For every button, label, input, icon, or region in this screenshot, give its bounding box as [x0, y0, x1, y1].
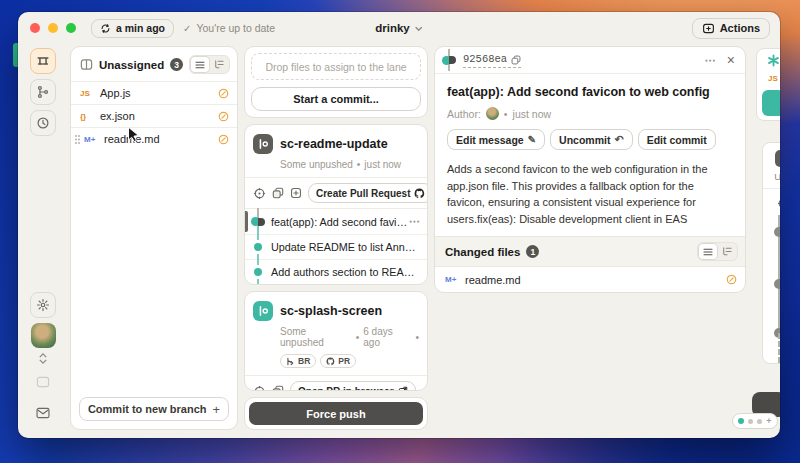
tree-view-toggle[interactable]	[210, 57, 228, 72]
external-link-icon	[398, 386, 408, 391]
changed-files-count-badge: 1	[526, 245, 539, 258]
branch-chip-icon	[775, 150, 781, 167]
start-commit-button[interactable]: Start a commit...	[251, 87, 421, 111]
panel-toggle-button[interactable]	[30, 369, 56, 395]
edit-commit-button[interactable]: Edit commit	[638, 129, 716, 150]
pagination-add[interactable]: +	[766, 417, 771, 426]
commit-dot-icon	[774, 227, 780, 237]
sync-button[interactable]: a min ago	[91, 19, 174, 38]
tree-view-toggle[interactable]	[718, 244, 736, 259]
project-name: drinky	[375, 22, 410, 34]
actions-button[interactable]: Actions	[692, 18, 770, 39]
view-toggle-group	[697, 242, 738, 261]
copy-icon-button[interactable]	[272, 383, 284, 391]
branch-card-sc-readme-update: sc-readme-update Some unpushed • just no…	[244, 124, 428, 285]
file-name: App.js	[100, 87, 131, 99]
open-pr-in-browser-button[interactable]: Open PR in browser	[290, 381, 416, 391]
minimize-window-button[interactable]	[48, 23, 58, 33]
pagination-dot-active[interactable]	[738, 418, 744, 424]
branch-toolbar: Open PR in browser ⋯	[245, 375, 427, 391]
edit-message-button[interactable]: Edit message ✎	[447, 129, 545, 150]
commit-menu-button[interactable]: ⋯	[409, 215, 421, 228]
modified-status-icon	[218, 134, 229, 145]
branch-status: Some unpushed	[280, 159, 353, 170]
project-selector[interactable]: drinky	[375, 22, 423, 34]
selected-file-chip[interactable]	[762, 90, 780, 116]
pr-badge-label: PR	[338, 356, 350, 366]
drag-handle-icon[interactable]	[74, 134, 81, 145]
branch-badge[interactable]: BR	[280, 354, 316, 368]
drop-zone[interactable]: Drop files to assign to the lane	[251, 53, 421, 80]
branches-icon	[36, 85, 50, 99]
pr-badge[interactable]: PR	[320, 354, 356, 368]
branch-header[interactable]: sc-readme-update Some unpushed • just no…	[245, 125, 427, 177]
commit-details-panel: 92568ea ⋯ × feat(app): Add second favico…	[434, 46, 746, 430]
branches-tab[interactable]	[30, 79, 56, 105]
account-switcher-chevrons[interactable]	[39, 353, 47, 364]
file-row[interactable]: {} ex.json	[71, 104, 237, 127]
workspace-tab[interactable]	[30, 48, 56, 74]
changed-files-label: Changed files	[445, 246, 520, 258]
changed-file-row[interactable]: M+ readme.md	[435, 267, 745, 292]
feedback-button[interactable]	[30, 400, 56, 426]
titlebar: a min ago ✓ You're up to date drinky Act…	[18, 12, 780, 44]
commit-to-new-branch-button[interactable]: Commit to new branch +	[79, 397, 229, 421]
pagination-dot[interactable]	[748, 419, 753, 424]
uncommit-button[interactable]: Uncommit ↶	[550, 129, 633, 150]
target-icon-button[interactable]	[775, 195, 780, 211]
target-icon-button[interactable]	[253, 185, 266, 201]
peek-file-stack: JS	[756, 48, 780, 121]
md-file-icon: M+	[84, 135, 98, 144]
close-details-button[interactable]: ×	[727, 53, 735, 67]
branch-toolbar: Create Pull Request ⋯	[245, 177, 427, 209]
history-tab[interactable]	[30, 110, 56, 136]
target-icon-button[interactable]	[253, 383, 266, 391]
add-dependent-branch-button[interactable]	[290, 185, 302, 201]
unassigned-header: Unassigned 3	[71, 47, 237, 81]
details-menu-button[interactable]: ⋯	[705, 54, 717, 67]
copy-icon-button[interactable]	[272, 185, 284, 201]
commit-hash: 92568ea	[463, 52, 507, 68]
actions-label: Actions	[720, 22, 760, 34]
list-view-toggle[interactable]	[699, 244, 717, 259]
zoom-window-button[interactable]	[66, 23, 76, 33]
pagination-dot[interactable]	[757, 419, 762, 424]
commit-details-body: feat(app): Add second favicon to web con…	[435, 74, 745, 236]
sync-label: a min ago	[116, 22, 165, 34]
commit-hash-link[interactable]: 92568ea	[463, 52, 521, 69]
list-view-toggle[interactable]	[191, 57, 209, 72]
user-avatar[interactable]	[31, 323, 56, 348]
commit-to-new-branch-label: Commit to new branch	[88, 403, 207, 415]
create-pull-request-label: Create Pull Request	[316, 188, 410, 199]
up-to-date-status: ✓ You're up to date	[183, 22, 275, 34]
sync-icon	[100, 23, 111, 34]
branch-menu-button[interactable]: ⋯	[422, 385, 428, 392]
undo-icon: ↶	[614, 133, 623, 146]
unpushed-label: Unp	[774, 171, 780, 182]
file-row[interactable]: M+ readme.md	[71, 127, 237, 150]
commit-author-row: Author: • just now	[447, 107, 733, 120]
lane-pagination[interactable]: +	[732, 413, 778, 429]
create-pull-request-button[interactable]: Create Pull Request	[308, 183, 428, 203]
dot-separator: •	[415, 332, 419, 343]
commit-details-header: 92568ea ⋯ ×	[435, 47, 745, 74]
commit-row[interactable]: Update README to list Anne as pr...	[245, 234, 427, 259]
branch-lane: Drop files to assign to the lane Start a…	[244, 46, 428, 430]
br-badge-label: BR	[298, 356, 310, 366]
force-push-footer: Force push	[244, 397, 428, 430]
edit-commit-label: Edit commit	[647, 134, 707, 146]
asset-file-icon	[767, 54, 780, 67]
branch-header[interactable]: sc-splash-screen Some unpushed • 6 days …	[245, 292, 427, 375]
commit-rail	[441, 47, 457, 73]
commit-row-selected[interactable]: feat(app): Add second favico... ⋯	[245, 209, 427, 234]
file-row[interactable]: JS App.js	[71, 81, 237, 104]
left-icon-rail	[22, 46, 64, 430]
peek-branch-card[interactable]: Unp	[762, 142, 780, 364]
author-avatar	[486, 107, 499, 120]
clock-icon	[36, 116, 50, 130]
unassigned-count-badge: 3	[170, 58, 183, 71]
force-push-button[interactable]: Force push	[249, 402, 423, 425]
close-window-button[interactable]	[30, 23, 40, 33]
settings-button[interactable]	[30, 292, 56, 318]
commit-row[interactable]: Add authors section to README file	[245, 259, 427, 284]
